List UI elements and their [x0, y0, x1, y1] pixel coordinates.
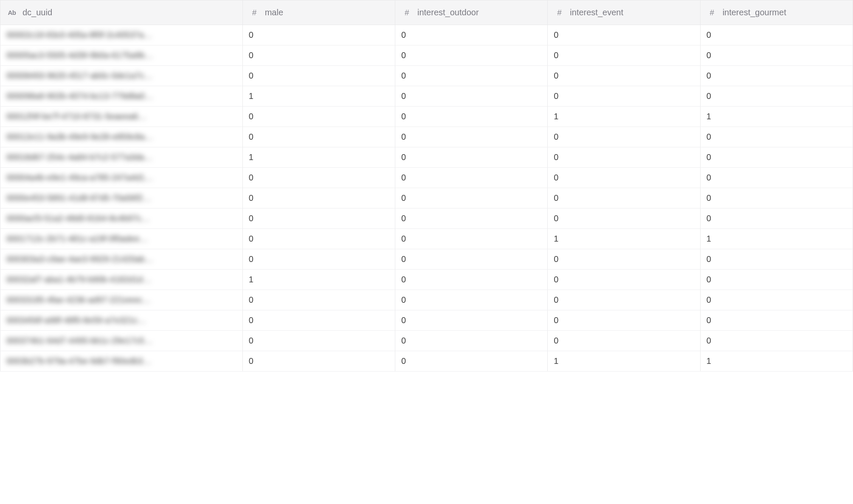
cell-interest-event[interactable]: 0 [548, 86, 700, 107]
cell-dc-uuid[interactable]: 0000e453-5891-41d8-87d5-70a56f2… [0, 188, 243, 208]
cell-interest-outdoor[interactable]: 0 [395, 208, 548, 229]
cell-dc-uuid[interactable]: 0001712c-2b71-481c-a19f-0f0adee… [0, 229, 243, 249]
cell-interest-event[interactable]: 0 [548, 147, 700, 168]
cell-interest-gourmet[interactable]: 0 [700, 310, 853, 331]
cell-dc-uuid[interactable]: 00008493-9620-4517-ab0c-0de1a7c… [0, 66, 243, 86]
cell-dc-uuid[interactable]: 00032af7-aba1-4b79-b90b-4182d1d… [0, 270, 243, 290]
cell-interest-event[interactable]: 0 [548, 168, 700, 188]
column-header-male[interactable]: # male [242, 0, 395, 25]
cell-dc-uuid[interactable]: 00018d67-254c-4a84-b7c2-577a3da… [0, 147, 243, 168]
cell-interest-gourmet[interactable]: 0 [700, 208, 853, 229]
cell-interest-gourmet[interactable]: 1 [700, 107, 853, 127]
cell-male[interactable]: 1 [242, 86, 395, 107]
cell-male[interactable]: 1 [242, 147, 395, 168]
cell-interest-outdoor[interactable]: 0 [395, 290, 548, 310]
cell-male[interactable]: 0 [242, 331, 395, 351]
cell-dc-uuid[interactable]: 0003456f-a98f-48f0-8e59-a7e321c… [0, 310, 243, 331]
cell-interest-outdoor[interactable]: 0 [395, 25, 548, 45]
cell-interest-event[interactable]: 0 [548, 310, 700, 331]
cell-interest-gourmet[interactable]: 0 [700, 331, 853, 351]
cell-interest-outdoor[interactable]: 0 [395, 107, 548, 127]
cell-interest-gourmet[interactable]: 1 [700, 351, 853, 372]
cell-interest-outdoor[interactable]: 0 [395, 45, 548, 66]
cell-interest-gourmet[interactable]: 1 [700, 229, 853, 249]
cell-interest-event[interactable]: 1 [548, 351, 700, 372]
cell-interest-outdoor[interactable]: 0 [395, 86, 548, 107]
cell-male[interactable]: 0 [242, 229, 395, 249]
table-row[interactable]: 00018d67-254c-4a84-b7c2-577a3da…1000 [0, 147, 853, 168]
cell-interest-gourmet[interactable]: 0 [700, 86, 853, 107]
table-row[interactable]: 0001712c-2b71-481c-a19f-0f0adee…0011 [0, 229, 853, 249]
cell-interest-event[interactable]: 0 [548, 127, 700, 147]
cell-dc-uuid[interactable]: 0003b27b-979a-47be-9db7-f90edb3… [0, 351, 243, 372]
table-row[interactable]: 0003b27b-979a-47be-9db7-f90edb3…0011 [0, 351, 853, 372]
table-row[interactable]: 0000acf3-51a2-48d0-8164-8c4b97c…0000 [0, 208, 853, 229]
table-row[interactable]: 000098a9-902b-4074-bc13-779d8a0…1000 [0, 86, 853, 107]
cell-interest-gourmet[interactable]: 0 [700, 45, 853, 66]
column-header-interest-event[interactable]: # interest_event [548, 0, 700, 25]
table-row[interactable]: 00002c18-83c0-405a-8f0f-2c40537a…0000 [0, 25, 853, 45]
cell-male[interactable]: 0 [242, 25, 395, 45]
cell-interest-event[interactable]: 1 [548, 107, 700, 127]
cell-interest-event[interactable]: 1 [548, 229, 700, 249]
cell-interest-outdoor[interactable]: 0 [395, 66, 548, 86]
cell-male[interactable]: 0 [242, 168, 395, 188]
cell-interest-event[interactable]: 0 [548, 208, 700, 229]
cell-dc-uuid[interactable]: 00033185-4fae-4236-ad97-221eeec… [0, 290, 243, 310]
cell-male[interactable]: 0 [242, 208, 395, 229]
table-row[interactable]: 00008493-9620-4517-ab0c-0de1a7c…0000 [0, 66, 853, 86]
cell-interest-gourmet[interactable]: 0 [700, 147, 853, 168]
cell-interest-outdoor[interactable]: 0 [395, 168, 548, 188]
cell-interest-outdoor[interactable]: 0 [395, 127, 548, 147]
cell-interest-gourmet[interactable]: 0 [700, 290, 853, 310]
table-row[interactable]: 00033185-4fae-4236-ad97-221eeec…0000 [0, 290, 853, 310]
cell-male[interactable]: 0 [242, 310, 395, 331]
cell-dc-uuid[interactable]: 00002c18-83c0-405a-8f0f-2c40537a… [0, 25, 243, 45]
cell-interest-event[interactable]: 0 [548, 66, 700, 86]
table-row[interactable]: 00012f4f-be7f-4710-8731-5eaeea6…0011 [0, 107, 853, 127]
cell-male[interactable]: 1 [242, 270, 395, 290]
cell-interest-outdoor[interactable]: 0 [395, 331, 548, 351]
cell-dc-uuid[interactable]: 00012f4f-be7f-4710-8731-5eaeea6… [0, 107, 243, 127]
cell-male[interactable]: 0 [242, 188, 395, 208]
cell-interest-event[interactable]: 0 [548, 45, 700, 66]
cell-dc-uuid[interactable]: 000303a3-c9ae-4ae3-9929-21420ab… [0, 249, 243, 270]
column-header-interest-gourmet[interactable]: # interest_gourmet [700, 0, 853, 25]
cell-interest-event[interactable]: 0 [548, 188, 700, 208]
cell-interest-outdoor[interactable]: 0 [395, 147, 548, 168]
table-row[interactable]: 00004a4b-e9e1-49ca-a785-247a4d1…0000 [0, 168, 853, 188]
cell-male[interactable]: 0 [242, 290, 395, 310]
table-row[interactable]: 0000e453-5891-41d8-87d5-70a56f2…0000 [0, 188, 853, 208]
cell-dc-uuid[interactable]: 0000acf3-51a2-48d0-8164-8c4b97c… [0, 208, 243, 229]
cell-dc-uuid[interactable]: 00004a4b-e9e1-49ca-a785-247a4d1… [0, 168, 243, 188]
cell-interest-gourmet[interactable]: 0 [700, 66, 853, 86]
cell-dc-uuid[interactable]: 00012e11-9a3b-49e9-9e28-e859c8a… [0, 127, 243, 147]
cell-dc-uuid[interactable]: 000374b1-64d7-4495-bb1c-29e17c5… [0, 331, 243, 351]
cell-male[interactable]: 0 [242, 351, 395, 372]
cell-male[interactable]: 0 [242, 249, 395, 270]
table-row[interactable]: 00012e11-9a3b-49e9-9e28-e859c8a…0000 [0, 127, 853, 147]
cell-interest-event[interactable]: 0 [548, 290, 700, 310]
cell-interest-outdoor[interactable]: 0 [395, 249, 548, 270]
cell-male[interactable]: 0 [242, 127, 395, 147]
cell-male[interactable]: 0 [242, 66, 395, 86]
cell-interest-gourmet[interactable]: 0 [700, 25, 853, 45]
table-row[interactable]: 0003456f-a98f-48f0-8e59-a7e321c…0000 [0, 310, 853, 331]
cell-interest-event[interactable]: 0 [548, 331, 700, 351]
cell-male[interactable]: 0 [242, 107, 395, 127]
table-row[interactable]: 00005ac3-5505-4d39-9b0a-6175a9b…0000 [0, 45, 853, 66]
cell-interest-event[interactable]: 0 [548, 25, 700, 45]
cell-interest-outdoor[interactable]: 0 [395, 351, 548, 372]
cell-interest-outdoor[interactable]: 0 [395, 229, 548, 249]
cell-interest-outdoor[interactable]: 0 [395, 310, 548, 331]
cell-interest-event[interactable]: 0 [548, 270, 700, 290]
cell-interest-gourmet[interactable]: 0 [700, 270, 853, 290]
cell-interest-outdoor[interactable]: 0 [395, 188, 548, 208]
cell-interest-outdoor[interactable]: 0 [395, 270, 548, 290]
table-row[interactable]: 00032af7-aba1-4b79-b90b-4182d1d…1000 [0, 270, 853, 290]
table-row[interactable]: 000303a3-c9ae-4ae3-9929-21420ab…0000 [0, 249, 853, 270]
cell-dc-uuid[interactable]: 00005ac3-5505-4d39-9b0a-6175a9b… [0, 45, 243, 66]
table-row[interactable]: 000374b1-64d7-4495-bb1c-29e17c5…0000 [0, 331, 853, 351]
cell-interest-event[interactable]: 0 [548, 249, 700, 270]
column-header-interest-outdoor[interactable]: # interest_outdoor [395, 0, 548, 25]
